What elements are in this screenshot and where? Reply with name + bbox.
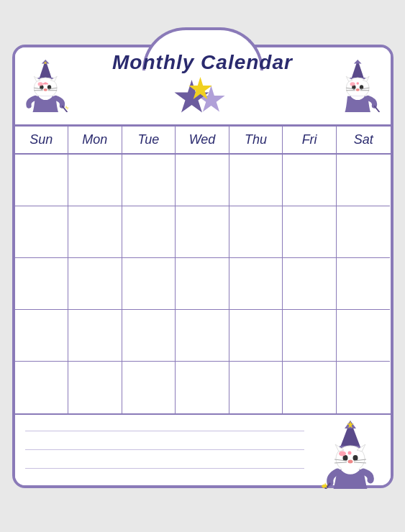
- day-fri: Fri: [283, 127, 337, 153]
- table-row[interactable]: [283, 258, 337, 310]
- note-line-1: [25, 431, 304, 432]
- table-row[interactable]: [68, 258, 122, 310]
- table-row[interactable]: [229, 258, 283, 310]
- table-row[interactable]: [122, 206, 176, 258]
- day-sat: Sat: [337, 127, 391, 153]
- table-row[interactable]: [122, 310, 176, 362]
- stars-decoration: [166, 77, 238, 116]
- svg-point-16: [37, 82, 42, 86]
- table-row[interactable]: [229, 362, 283, 413]
- table-row[interactable]: [68, 206, 122, 258]
- table-row[interactable]: [176, 155, 229, 206]
- table-row[interactable]: [337, 155, 391, 206]
- table-row[interactable]: [122, 362, 176, 413]
- svg-point-9: [43, 88, 47, 91]
- svg-point-49: [347, 451, 351, 454]
- svg-point-43: [347, 459, 352, 463]
- svg-point-26: [355, 88, 359, 91]
- day-wed: Wed: [176, 127, 229, 153]
- table-row[interactable]: [337, 206, 391, 258]
- table-row[interactable]: [283, 206, 337, 258]
- note-line-3: [25, 468, 304, 469]
- notes-area[interactable]: ✦: [15, 413, 391, 485]
- calendar-header: Monthly Calendar: [15, 47, 391, 127]
- calendar-grid: [15, 155, 391, 413]
- table-row[interactable]: [229, 206, 283, 258]
- table-row[interactable]: [122, 155, 176, 206]
- table-row[interactable]: [283, 155, 337, 206]
- day-thu: Thu: [229, 127, 283, 153]
- calendar-body: Sun Mon Tue Wed Thu Fri Sat: [15, 127, 391, 485]
- title-area: Monthly Calendar: [112, 51, 293, 116]
- table-row[interactable]: [15, 206, 69, 258]
- table-row[interactable]: [283, 362, 337, 413]
- table-row[interactable]: [176, 362, 229, 413]
- table-row[interactable]: [176, 206, 229, 258]
- day-sun: Sun: [15, 127, 69, 153]
- kitty-right-top: [333, 55, 385, 112]
- table-row[interactable]: [68, 155, 122, 206]
- kitty-left: [21, 55, 73, 112]
- table-row[interactable]: [229, 155, 283, 206]
- svg-point-48: [339, 451, 346, 456]
- table-row[interactable]: [68, 310, 122, 362]
- svg-marker-19: [353, 60, 361, 63]
- svg-point-32: [350, 82, 355, 86]
- table-row[interactable]: [68, 362, 122, 413]
- svg-text:✦: ✦: [320, 482, 326, 489]
- days-header: Sun Mon Tue Wed Thu Fri Sat: [15, 127, 391, 155]
- table-row[interactable]: [337, 310, 391, 362]
- kitty-bottom-right: ✦: [319, 417, 383, 489]
- table-row[interactable]: [283, 310, 337, 362]
- table-row[interactable]: [337, 258, 391, 310]
- table-row[interactable]: [229, 310, 283, 362]
- table-row[interactable]: [176, 310, 229, 362]
- table-row[interactable]: [176, 258, 229, 310]
- svg-point-17: [44, 82, 47, 85]
- svg-point-33: [356, 82, 359, 85]
- table-row[interactable]: [15, 310, 69, 362]
- svg-line-31: [374, 106, 379, 112]
- day-mon: Mon: [68, 127, 122, 153]
- table-row[interactable]: [15, 258, 69, 310]
- calendar-title: Monthly Calendar: [112, 51, 293, 74]
- calendar-container: Monthly Calendar: [12, 45, 393, 488]
- svg-point-42: [352, 455, 358, 461]
- note-line-2: [25, 449, 304, 451]
- table-row[interactable]: [337, 362, 391, 413]
- day-tue: Tue: [122, 127, 176, 153]
- table-row[interactable]: [15, 362, 69, 413]
- table-row[interactable]: [122, 258, 176, 310]
- table-row[interactable]: [15, 155, 69, 206]
